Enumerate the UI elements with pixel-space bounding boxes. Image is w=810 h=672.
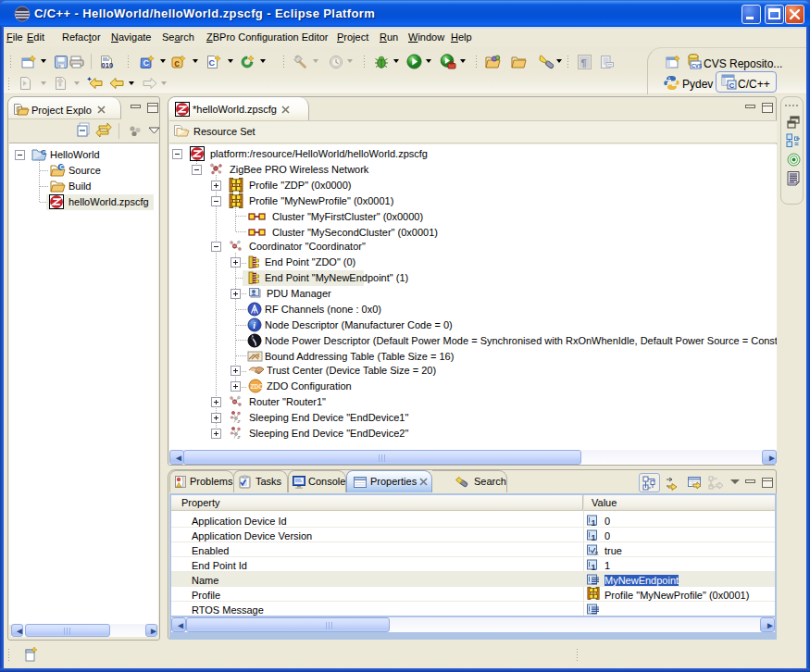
svg-text:C: C <box>143 58 150 68</box>
svg-text:c: c <box>174 58 180 68</box>
svg-text:¶: ¶ <box>581 57 587 68</box>
svg-text:ZDO: ZDO <box>251 383 263 390</box>
svg-text:C: C <box>729 81 735 90</box>
svg-text:C: C <box>59 164 64 170</box>
svg-text:C: C <box>41 148 46 156</box>
svg-text:i: i <box>253 320 255 330</box>
svg-text:CVS: CVS <box>692 63 702 68</box>
svg-text:010: 010 <box>102 61 114 69</box>
svg-text:C: C <box>208 58 215 68</box>
